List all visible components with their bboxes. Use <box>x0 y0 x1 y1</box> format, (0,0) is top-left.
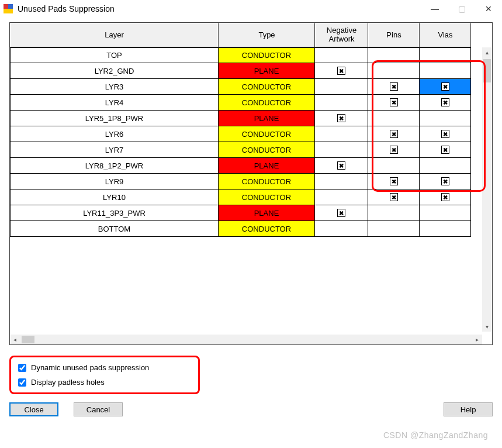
cell-vias[interactable] <box>420 205 471 221</box>
cell-negative-artwork[interactable] <box>315 95 368 111</box>
header-negative-artwork[interactable]: Negative Artwork <box>315 23 368 47</box>
cell-negative-artwork[interactable] <box>315 79 368 95</box>
cell-layer[interactable]: LYR8_1P2_PWR <box>10 158 219 174</box>
cell-type[interactable]: CONDUCTOR <box>219 47 315 63</box>
cell-type[interactable]: CONDUCTOR <box>219 174 315 189</box>
cell-negative-artwork[interactable] <box>315 126 368 142</box>
cell-negative-artwork[interactable]: ✖ <box>315 158 368 174</box>
cancel-button[interactable]: Cancel <box>74 402 123 416</box>
cell-layer[interactable]: LYR10 <box>10 189 219 205</box>
cell-pins[interactable] <box>368 63 420 79</box>
cell-vias[interactable]: ✖ <box>420 126 471 142</box>
cell-layer[interactable]: LYR11_3P3_PWR <box>10 205 219 221</box>
header-vias[interactable]: Vias <box>420 23 471 47</box>
cell-vias[interactable] <box>420 221 471 237</box>
cell-type[interactable]: CONDUCTOR <box>219 79 315 95</box>
checkbox-marked-icon[interactable]: ✖ <box>390 82 398 91</box>
hscroll-thumb[interactable] <box>22 336 34 343</box>
cell-layer[interactable]: LYR2_GND <box>10 63 219 79</box>
cell-type[interactable]: CONDUCTOR <box>219 189 315 205</box>
scroll-right-icon[interactable]: ▸ <box>472 335 482 344</box>
cell-type[interactable]: CONDUCTOR <box>219 95 315 111</box>
checkbox-dynamic-suppression[interactable] <box>18 364 26 372</box>
scroll-down-icon[interactable]: ▾ <box>482 322 492 332</box>
cell-vias[interactable]: ✖ <box>420 79 471 95</box>
cell-layer[interactable]: LYR9 <box>10 174 219 189</box>
cell-pins[interactable] <box>368 47 420 63</box>
checkbox-marked-icon[interactable]: ✖ <box>441 193 449 201</box>
checkbox-marked-icon[interactable]: ✖ <box>441 98 449 106</box>
horizontal-scrollbar[interactable]: ◂ ▸ <box>10 335 482 344</box>
scroll-left-icon[interactable]: ◂ <box>10 335 20 344</box>
close-button[interactable]: Close <box>9 402 58 416</box>
cell-layer[interactable]: LYR7 <box>10 142 219 158</box>
cell-type[interactable]: PLANE <box>219 158 315 174</box>
cell-pins[interactable]: ✖ <box>368 142 420 158</box>
cell-pins[interactable] <box>368 158 420 174</box>
checkbox-marked-icon[interactable]: ✖ <box>390 193 398 201</box>
cell-vias[interactable] <box>420 111 471 126</box>
checkbox-marked-icon[interactable]: ✖ <box>390 130 398 138</box>
option-display-padless-holes[interactable]: Display padless holes <box>18 378 191 387</box>
cell-type[interactable]: PLANE <box>219 205 315 221</box>
table-row: LYR4CONDUCTOR✖✖ <box>10 95 492 111</box>
cell-vias[interactable]: ✖ <box>420 95 471 111</box>
cell-type[interactable]: CONDUCTOR <box>219 221 315 237</box>
cell-pins[interactable]: ✖ <box>368 126 420 142</box>
checkbox-marked-icon[interactable]: ✖ <box>337 161 345 170</box>
header-type[interactable]: Type <box>219 23 315 47</box>
cell-type[interactable]: CONDUCTOR <box>219 126 315 142</box>
checkbox-marked-icon[interactable]: ✖ <box>337 67 345 75</box>
cell-vias[interactable]: ✖ <box>420 142 471 158</box>
cell-negative-artwork[interactable] <box>315 47 368 63</box>
cell-vias[interactable] <box>420 63 471 79</box>
checkbox-marked-icon[interactable]: ✖ <box>441 130 449 138</box>
checkbox-marked-icon[interactable]: ✖ <box>390 177 398 185</box>
cell-negative-artwork[interactable] <box>315 174 368 189</box>
dialog-content: Layer Type Negative Artwork Pins Vias TO… <box>0 18 502 426</box>
cell-type[interactable]: PLANE <box>219 63 315 79</box>
minimize-button[interactable]: — <box>421 0 448 18</box>
checkbox-marked-icon[interactable]: ✖ <box>390 146 398 154</box>
cell-layer[interactable]: BOTTOM <box>10 221 219 237</box>
cell-negative-artwork[interactable]: ✖ <box>315 205 368 221</box>
cell-pins[interactable] <box>368 205 420 221</box>
cell-pins[interactable]: ✖ <box>368 174 420 189</box>
option-dynamic-suppression[interactable]: Dynamic unused pads suppression <box>18 363 191 372</box>
header-layer[interactable]: Layer <box>10 23 219 47</box>
checkbox-marked-icon[interactable]: ✖ <box>441 177 449 185</box>
cell-vias[interactable] <box>420 47 471 63</box>
cell-pins[interactable]: ✖ <box>368 95 420 111</box>
cell-type[interactable]: PLANE <box>219 111 315 126</box>
close-window-button[interactable]: ✕ <box>475 0 502 18</box>
cell-layer[interactable]: LYR3 <box>10 79 219 95</box>
cell-pins[interactable]: ✖ <box>368 189 420 205</box>
cell-pins[interactable] <box>368 221 420 237</box>
checkbox-marked-icon[interactable]: ✖ <box>441 82 449 91</box>
checkbox-marked-icon[interactable]: ✖ <box>337 114 345 122</box>
cell-negative-artwork[interactable] <box>315 189 368 205</box>
checkbox-marked-icon[interactable]: ✖ <box>441 146 449 154</box>
cell-layer[interactable]: TOP <box>10 47 219 63</box>
vertical-scrollbar[interactable]: ▴ ▾ <box>482 47 492 332</box>
cell-layer[interactable]: LYR6 <box>10 126 219 142</box>
cell-vias[interactable] <box>420 158 471 174</box>
checkbox-display-padless-holes[interactable] <box>18 378 26 387</box>
checkbox-marked-icon[interactable]: ✖ <box>337 209 345 217</box>
vscroll-thumb[interactable] <box>483 59 491 82</box>
checkbox-marked-icon[interactable]: ✖ <box>390 98 398 106</box>
cell-negative-artwork[interactable] <box>315 221 368 237</box>
header-pins[interactable]: Pins <box>368 23 420 47</box>
cell-negative-artwork[interactable]: ✖ <box>315 63 368 79</box>
scroll-up-icon[interactable]: ▴ <box>482 47 492 57</box>
cell-layer[interactable]: LYR4 <box>10 95 219 111</box>
cell-layer[interactable]: LYR5_1P8_PWR <box>10 111 219 126</box>
cell-negative-artwork[interactable]: ✖ <box>315 111 368 126</box>
cell-type[interactable]: CONDUCTOR <box>219 142 315 158</box>
cell-vias[interactable]: ✖ <box>420 174 471 189</box>
cell-vias[interactable]: ✖ <box>420 189 471 205</box>
cell-pins[interactable] <box>368 111 420 126</box>
cell-pins[interactable]: ✖ <box>368 79 420 95</box>
cell-negative-artwork[interactable] <box>315 142 368 158</box>
help-button[interactable]: Help <box>444 402 493 416</box>
